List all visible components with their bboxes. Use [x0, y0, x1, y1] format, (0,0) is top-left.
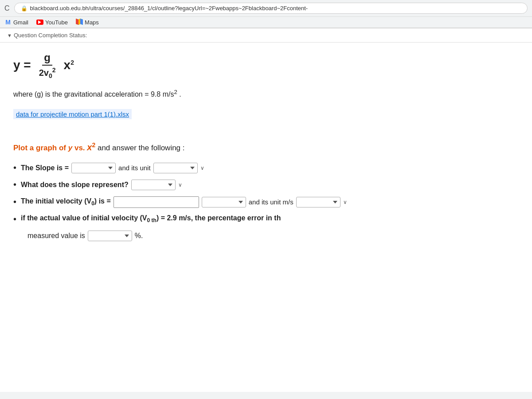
- bookmarks-bar: M Gmail YouTube Maps: [0, 17, 532, 28]
- maps-icon: [76, 19, 83, 26]
- slope-meaning-dropdown[interactable]: [131, 180, 176, 190]
- bullet-3: •: [13, 197, 16, 207]
- measured-value-row: measured value is %.: [27, 231, 386, 241]
- lock-icon: 🔒: [21, 5, 27, 12]
- initial-velocity-unit-dropdown[interactable]: [296, 197, 340, 207]
- page-content: ▼ Question Completion Status: y = g 2v02…: [0, 28, 532, 392]
- bookmark-gmail[interactable]: M Gmail: [4, 19, 28, 26]
- initial-velocity-input[interactable]: [113, 196, 199, 208]
- slope-unit-dropdown[interactable]: [153, 163, 198, 173]
- fraction-numerator: g: [42, 51, 52, 66]
- address-input-container[interactable]: 🔒 blackboard.uob.edu.bh/ultra/courses/_2…: [14, 3, 528, 14]
- fraction-denominator: 2v02: [37, 66, 58, 79]
- maps-label: Maps: [85, 19, 99, 26]
- status-bar-label: Question Completion Status:: [14, 32, 87, 39]
- file-link-container: data for projectile motion part 1(1).xls…: [13, 109, 386, 130]
- initial-velocity-inner-dropdown[interactable]: [202, 197, 246, 207]
- gmail-icon: M: [4, 19, 12, 26]
- measured-value-dropdown[interactable]: [88, 231, 132, 241]
- question-percentage-error: • if the actual value of initial velocit…: [13, 214, 386, 224]
- plot-instruction: Plot a graph of y vs. x2 and answer the …: [13, 141, 386, 154]
- percent-sign: %.: [135, 232, 143, 240]
- slope-value-dropdown[interactable]: [71, 163, 116, 173]
- initial-velocity-unit-chevron: ∨: [343, 199, 347, 205]
- formula-section: y = g 2v02 x2: [13, 51, 386, 79]
- description-text: where (g) is the gravitational accelerat…: [13, 87, 386, 100]
- question-slope: • The Slope is = and its unit ∨: [13, 163, 386, 173]
- question-slope-meaning: • What does the slope represent? ∨: [13, 180, 386, 190]
- bullet-2: •: [13, 180, 16, 190]
- slope-unit-chevron: ∨: [200, 165, 204, 171]
- svg-marker-1: [78, 19, 80, 25]
- youtube-icon: [36, 19, 43, 26]
- measured-value-label: measured value is: [27, 232, 85, 240]
- question-status-bar: ▼ Question Completion Status:: [0, 28, 532, 43]
- fraction: g 2v02: [37, 51, 58, 79]
- bookmark-maps[interactable]: Maps: [76, 19, 99, 26]
- svg-marker-3: [80, 19, 83, 25]
- question-initial-velocity: • The initial velocity (V0) is = and its…: [13, 196, 386, 208]
- status-arrow-icon: ▼: [7, 33, 12, 38]
- bookmark-youtube[interactable]: YouTube: [36, 19, 68, 26]
- slope-meaning-label: What does the slope represent?: [21, 181, 129, 189]
- youtube-label: YouTube: [45, 19, 68, 26]
- initial-velocity-label: The initial velocity (V0) is =: [21, 197, 111, 207]
- percentage-error-label: if the actual value of initial velocity …: [21, 214, 281, 223]
- initial-velocity-unit-label: and its unit m/s: [249, 198, 293, 206]
- gmail-label: Gmail: [13, 19, 28, 26]
- address-text: blackboard.uob.edu.bh/ultra/courses/_288…: [30, 5, 308, 12]
- y-equals-label: y =: [13, 58, 31, 72]
- slope-meaning-chevron: ∨: [178, 182, 182, 188]
- slope-and-unit: and its unit: [118, 164, 151, 172]
- address-bar: C 🔒 blackboard.uob.edu.bh/ultra/courses/…: [0, 0, 532, 17]
- bullet-1: •: [13, 163, 16, 173]
- bullet-4: •: [13, 214, 16, 224]
- file-link[interactable]: data for projectile motion part 1(1).xls…: [13, 109, 132, 119]
- svg-marker-2: [76, 19, 78, 25]
- browser-chrome: C 🔒 blackboard.uob.edu.bh/ultra/courses/…: [0, 0, 532, 28]
- back-button[interactable]: C: [4, 4, 10, 12]
- slope-label: The Slope is =: [21, 164, 69, 172]
- content-body: y = g 2v02 x2 where (g) is the gravitati…: [0, 43, 399, 250]
- x-squared-label: x2: [64, 58, 74, 72]
